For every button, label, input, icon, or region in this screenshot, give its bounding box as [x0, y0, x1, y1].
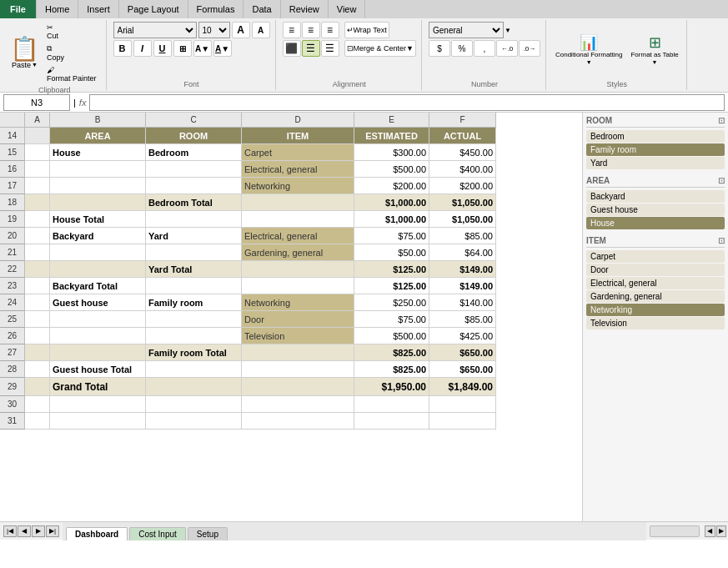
cell-c18[interactable]: Bedroom Total: [146, 194, 242, 211]
sidebar-room-bedroom[interactable]: Bedroom: [586, 130, 725, 143]
tab-file[interactable]: File: [0, 0, 37, 18]
cell-b16[interactable]: [50, 161, 146, 178]
cell-a29[interactable]: [25, 378, 50, 396]
tab-review[interactable]: Review: [281, 0, 329, 18]
cell-e29[interactable]: $1,950.00: [354, 378, 429, 396]
cell-f20[interactable]: $85.00: [429, 228, 496, 244]
cell-f31[interactable]: [429, 413, 496, 430]
cell-b18[interactable]: [50, 194, 146, 211]
copy-button[interactable]: ⧉ Copy: [43, 43, 101, 63]
cell-c30[interactable]: [146, 396, 242, 413]
cell-a31[interactable]: [25, 413, 50, 430]
cell-f30[interactable]: [429, 396, 496, 413]
tab-cost-input[interactable]: Cost Input: [129, 527, 186, 540]
cell-f14[interactable]: ACTUAL: [429, 128, 496, 144]
cell-a22[interactable]: [25, 261, 50, 278]
cell-c29[interactable]: [146, 378, 242, 396]
cell-c21[interactable]: [146, 244, 242, 261]
cell-a23[interactable]: [25, 278, 50, 294]
cell-d27[interactable]: [242, 344, 354, 361]
cell-d24[interactable]: Networking: [242, 294, 354, 311]
horizontal-scrollbar[interactable]: [650, 525, 700, 537]
tab-prev-btn[interactable]: ◀: [18, 525, 31, 537]
item-filter-btn[interactable]: ⊡: [718, 236, 725, 245]
percent-btn[interactable]: %: [451, 40, 473, 57]
area-filter-btn[interactable]: ⊡: [718, 176, 725, 185]
cell-d28[interactable]: [242, 361, 354, 378]
cell-a14[interactable]: [25, 128, 50, 144]
cell-f19[interactable]: $1,050.00: [429, 211, 496, 228]
cell-b26[interactable]: [50, 328, 146, 344]
cell-c23[interactable]: [146, 278, 242, 294]
cell-a18[interactable]: [25, 194, 50, 211]
paste-button[interactable]: 📋 Paste ▼: [8, 36, 41, 71]
align-center-btn[interactable]: ☰: [302, 40, 320, 57]
cell-d19[interactable]: [242, 211, 354, 228]
cell-b14[interactable]: AREA: [50, 128, 146, 144]
tab-insert[interactable]: Insert: [78, 0, 119, 18]
cell-d15[interactable]: Carpet: [242, 144, 354, 161]
cell-e30[interactable]: [354, 396, 429, 413]
format-painter-button[interactable]: 🖌 Format Painter: [43, 64, 101, 84]
number-format-arrow[interactable]: ▼: [505, 27, 511, 34]
cell-e15[interactable]: $300.00: [354, 144, 429, 161]
room-filter-btn[interactable]: ⊡: [718, 116, 725, 125]
cell-c22[interactable]: Yard Total: [146, 261, 242, 278]
tab-data[interactable]: Data: [244, 0, 280, 18]
cell-b21[interactable]: [50, 244, 146, 261]
cell-d20[interactable]: Electrical, general: [242, 228, 354, 244]
cell-d16[interactable]: Electrical, general: [242, 161, 354, 178]
cell-c28[interactable]: [146, 361, 242, 378]
sidebar-room-yard[interactable]: Yard: [586, 157, 725, 169]
sidebar-area-guest-house[interactable]: Guest house: [586, 204, 725, 216]
italic-btn[interactable]: I: [133, 40, 152, 57]
cell-e20[interactable]: $75.00: [354, 228, 429, 244]
cell-b20[interactable]: Backyard: [50, 228, 146, 244]
format-as-table-button[interactable]: ⊞ Format as Table ▼: [628, 33, 680, 68]
cell-b24[interactable]: Guest house: [50, 294, 146, 311]
increase-font-btn[interactable]: A: [232, 22, 250, 38]
cell-e17[interactable]: $200.00: [354, 178, 429, 194]
cell-a26[interactable]: [25, 328, 50, 344]
sidebar-item-door[interactable]: Door: [586, 264, 725, 276]
align-left-btn[interactable]: ⬛: [283, 40, 301, 57]
tab-home[interactable]: Home: [37, 0, 78, 18]
cut-button[interactable]: ✂ Cut: [43, 22, 101, 42]
cell-a15[interactable]: [25, 144, 50, 161]
cell-f26[interactable]: $425.00: [429, 328, 496, 344]
comma-btn[interactable]: ,: [474, 40, 495, 57]
decrease-font-btn[interactable]: A: [252, 22, 270, 38]
merge-center-btn[interactable]: ⊡ Merge & Center ▼: [344, 40, 416, 57]
tab-dashboard[interactable]: Dashboard: [66, 527, 128, 540]
cell-a30[interactable]: [25, 396, 50, 413]
sidebar-item-television[interactable]: Television: [586, 317, 725, 329]
cell-c31[interactable]: [146, 413, 242, 430]
cell-b17[interactable]: [50, 178, 146, 194]
cell-d23[interactable]: [242, 278, 354, 294]
conditional-formatting-button[interactable]: 📊 Conditional Formatting ▼: [553, 33, 625, 68]
cell-a25[interactable]: [25, 311, 50, 328]
cell-d22[interactable]: [242, 261, 354, 278]
cell-f23[interactable]: $149.00: [429, 278, 496, 294]
increase-decimal-btn[interactable]: .0→: [519, 40, 540, 57]
cell-c20[interactable]: Yard: [146, 228, 242, 244]
align-top-left-btn[interactable]: ≡: [283, 22, 301, 38]
cell-b23[interactable]: Backyard Total: [50, 278, 146, 294]
tab-next-btn[interactable]: ▶: [32, 525, 45, 537]
cell-c27[interactable]: Family room Total: [146, 344, 242, 361]
tab-first-btn[interactable]: |◀: [3, 525, 17, 537]
cell-e16[interactable]: $500.00: [354, 161, 429, 178]
sidebar-area-backyard[interactable]: Backyard: [586, 190, 725, 203]
cell-d18[interactable]: [242, 194, 354, 211]
cell-e24[interactable]: $250.00: [354, 294, 429, 311]
cell-c14[interactable]: ROOM: [146, 128, 242, 144]
sidebar-area-house[interactable]: House: [586, 217, 725, 229]
cell-a16[interactable]: [25, 161, 50, 178]
cell-f27[interactable]: $650.00: [429, 344, 496, 361]
font-color-btn[interactable]: A▼: [213, 40, 232, 57]
cell-f29[interactable]: $1,849.00: [429, 378, 496, 396]
sidebar-item-electrical[interactable]: Electrical, general: [586, 277, 725, 289]
border-btn[interactable]: ⊞: [173, 40, 192, 57]
cell-f25[interactable]: $85.00: [429, 311, 496, 328]
align-top-right-btn[interactable]: ≡: [321, 22, 339, 38]
